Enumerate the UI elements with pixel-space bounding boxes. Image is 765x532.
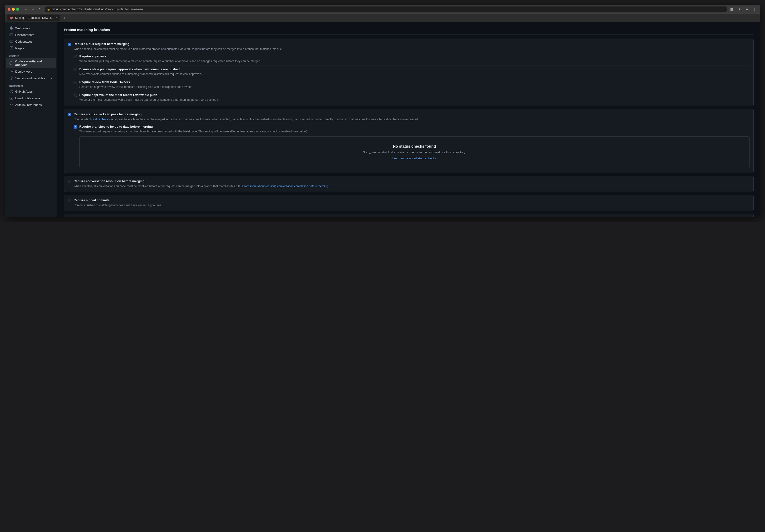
- sidebar-item-code-security[interactable]: Code security and analysis: [6, 58, 56, 68]
- sidebar-item-github-apps[interactable]: GitHub Apps: [6, 88, 56, 95]
- status-checks-link[interactable]: status checks: [92, 118, 110, 121]
- github-favicon: 🐙: [10, 16, 13, 20]
- sub-rule-up-to-date-checkbox[interactable]: [74, 125, 77, 129]
- screen-share-icon[interactable]: ▦: [729, 6, 735, 12]
- sub-rule-dismiss-checkbox[interactable]: [74, 68, 77, 71]
- rule-require-pr-subrules: Require approvals When enabled, pull req…: [64, 55, 753, 106]
- chevron-down-icon: ▾: [51, 77, 52, 80]
- protect-header: Protect matching branches: [64, 28, 754, 35]
- browser-toolbar-right: ▦ ★ ■ ⋮: [729, 6, 757, 12]
- sidebar-item-codespaces[interactable]: Codespaces: [6, 38, 56, 45]
- sidebar-item-email-notifications[interactable]: Email notifications: [6, 95, 56, 102]
- sub-rule-last-push-header: Require approval of the most recent revi…: [74, 93, 750, 97]
- tab-close-button[interactable]: ✕: [55, 16, 57, 19]
- forward-button[interactable]: →: [30, 7, 36, 12]
- new-tab-button[interactable]: +: [62, 15, 67, 20]
- extensions-icon[interactable]: ■: [745, 6, 749, 12]
- no-status-desc: Sorry, we couldn't find any status check…: [83, 151, 745, 154]
- bookmark-icon[interactable]: ★: [737, 6, 743, 12]
- sub-rule-last-push-checkbox[interactable]: [74, 94, 77, 97]
- rule-linear-history-main: Require linear history: [64, 214, 753, 217]
- rule-status-checks-header: Require status checks to pass before mer…: [68, 112, 750, 116]
- email-notifications-label: Email notifications: [15, 97, 40, 100]
- rule-status-checks-main: Require status checks to pass before mer…: [64, 109, 753, 125]
- sub-rule-approvals-title: Require approvals: [79, 55, 106, 58]
- rule-signed-commits-header: Require signed commits: [68, 198, 750, 202]
- tab-title: Settings · Branches · New br...: [15, 16, 53, 20]
- sub-rule-up-to-date-desc: This ensures pull requests targeting a m…: [79, 129, 750, 134]
- browser-titlebar: ← → ↻ 🔒 github.com/Zerohertz/zerohertzLi…: [5, 5, 760, 14]
- rule-status-checks-desc: Choose which status checks must pass bef…: [74, 117, 750, 122]
- no-status-area: No status checks found Sorry, we couldn'…: [79, 137, 750, 168]
- rule-require-pr-checkbox[interactable]: [68, 43, 71, 46]
- svg-rect-5: [10, 97, 13, 99]
- sub-rule-dismiss-desc: New reviewable commits pushed to a match…: [79, 72, 750, 76]
- sub-rule-up-to-date-header: Require branches to be up to date before…: [74, 125, 750, 129]
- sub-rule-approvals-desc: When enabled, pull requests targeting a …: [79, 59, 750, 63]
- main-content: Protect matching branches Require a pull…: [57, 22, 760, 217]
- sub-rule-last-push: Require approval of the most recent revi…: [74, 91, 750, 104]
- integrations-section-label: Integrations: [5, 81, 57, 88]
- sidebar-item-pages[interactable]: Pages: [6, 45, 56, 51]
- rule-status-checks: Require status checks to pass before mer…: [64, 109, 754, 173]
- minimize-button[interactable]: [12, 8, 15, 11]
- rule-signed-commits-main: Require signed commits Commits pushed to…: [64, 195, 753, 211]
- learn-more-status-link[interactable]: Learn more about status checks: [392, 157, 436, 160]
- rule-signed-commits-checkbox[interactable]: [68, 199, 71, 202]
- code-security-label: Code security and analysis: [15, 60, 52, 67]
- sub-rule-approvals-checkbox[interactable]: [74, 55, 77, 58]
- traffic-lights: [8, 8, 19, 11]
- rule-conversation-title: Require conversation resolution before m…: [74, 179, 145, 183]
- sub-rule-code-owners-title: Require review from Code Owners: [79, 80, 130, 84]
- sub-rule-up-to-date: Require branches to be up to date before…: [74, 125, 750, 171]
- rule-status-checks-checkbox[interactable]: [68, 113, 71, 116]
- rule-signed-commits: Require signed commits Commits pushed to…: [64, 195, 754, 211]
- status-checks-subrules: Require branches to be up to date before…: [64, 125, 753, 173]
- webhooks-label: Webhooks: [15, 26, 30, 30]
- reload-button[interactable]: ↻: [37, 7, 43, 12]
- sub-rule-code-owners-checkbox[interactable]: [74, 81, 77, 84]
- sidebar-item-secrets-variables[interactable]: Secrets and variables ▾: [6, 75, 56, 81]
- sidebar-item-environments[interactable]: Environments: [6, 31, 56, 38]
- no-status-title: No status checks found: [83, 144, 745, 149]
- sub-rule-last-push-title: Require approval of the most recent revi…: [79, 93, 157, 97]
- rule-require-pr-main: Require a pull request before merging Wh…: [64, 39, 753, 55]
- environments-label: Environments: [15, 33, 34, 37]
- sidebar-item-autolink-references[interactable]: Autolink references: [6, 102, 56, 108]
- active-tab[interactable]: 🐙 Settings · Branches · New br... ✕: [7, 15, 60, 21]
- rule-require-pr-title: Require a pull request before merging: [74, 42, 130, 46]
- secrets-variables-label: Secrets and variables: [15, 76, 45, 80]
- rule-conversation-header: Require conversation resolution before m…: [68, 179, 750, 183]
- sub-rule-code-owners-desc: Require an approved review in pull reque…: [79, 85, 750, 89]
- url-display: github.com/Zerohertz/zerohertzLib/settin…: [52, 8, 725, 11]
- sub-rule-require-approvals: Require approvals When enabled, pull req…: [74, 55, 750, 65]
- rule-signed-commits-title: Require signed commits: [74, 198, 110, 202]
- sub-rule-code-owners-header: Require review from Code Owners: [74, 80, 750, 84]
- sidebar-item-webhooks[interactable]: Webhooks: [6, 25, 56, 31]
- sub-rule-dismiss-header: Dismiss stale pull request approvals whe…: [74, 67, 750, 71]
- rule-conversation: Require conversation resolution before m…: [64, 176, 754, 192]
- codespaces-label: Codespaces: [15, 40, 32, 43]
- tab-bar: 🐙 Settings · Branches · New br... ✕ +: [5, 14, 760, 22]
- deploy-keys-label: Deploy keys: [15, 70, 32, 73]
- pages-label: Pages: [15, 46, 24, 50]
- rule-conversation-desc: When enabled, all conversations on code …: [74, 184, 750, 188]
- address-bar[interactable]: 🔒 github.com/Zerohertz/zerohertzLib/sett…: [45, 6, 727, 12]
- rule-require-pr-description: When enabled, all commits must be made t…: [74, 47, 750, 51]
- sub-rule-last-push-desc: Whether the most recent reviewable push …: [79, 98, 750, 102]
- sidebar-item-deploy-keys[interactable]: Deploy keys: [6, 68, 56, 75]
- close-button[interactable]: [8, 8, 10, 11]
- sub-rule-dismiss-stale: Dismiss stale pull request approvals whe…: [74, 65, 750, 78]
- rule-conversation-checkbox[interactable]: [68, 180, 71, 183]
- conversation-link[interactable]: Learn more about requiring conversation …: [242, 185, 328, 188]
- back-button[interactable]: ←: [23, 7, 29, 12]
- sub-rule-approvals-header: Require approvals: [74, 55, 750, 58]
- rule-conversation-main: Require conversation resolution before m…: [64, 176, 753, 192]
- menu-icon[interactable]: ⋮: [751, 6, 757, 12]
- github-apps-label: GitHub Apps: [15, 90, 33, 93]
- rule-linear-history: Require linear history: [64, 214, 754, 217]
- rule-status-checks-title: Require status checks to pass before mer…: [74, 112, 142, 116]
- nav-buttons: ← → ↻: [23, 7, 43, 12]
- rule-require-pr-header: Require a pull request before merging: [68, 42, 750, 46]
- fullscreen-button[interactable]: [16, 8, 19, 11]
